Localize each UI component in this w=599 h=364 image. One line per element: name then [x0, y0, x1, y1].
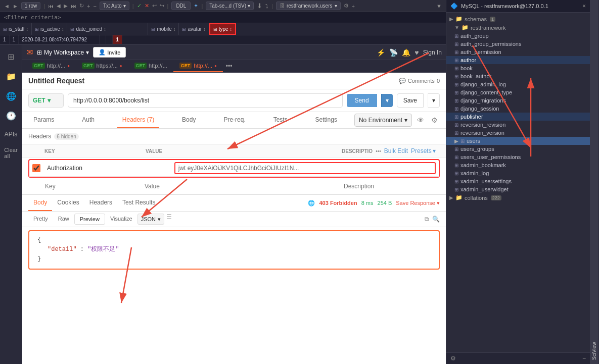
- nav-forward-icon[interactable]: ►: [13, 3, 18, 9]
- collections-icon[interactable]: 📁: [3, 69, 19, 84]
- db-close-button[interactable]: ×: [582, 3, 586, 10]
- pretty-tab[interactable]: Pretty: [28, 214, 53, 225]
- db-data-row[interactable]: 1 1 2020-08-21 08:47:40.794792 1: [0, 35, 446, 44]
- table-xadmin-bookmark[interactable]: ⊞ xadmin_bookmark: [446, 161, 590, 169]
- table-book-author[interactable]: ⊞ book_author: [446, 72, 590, 80]
- prereq-tab[interactable]: Pre-req.: [218, 112, 250, 128]
- ddl-button[interactable]: DDL: [171, 2, 191, 10]
- checkmark-icon[interactable]: ✓: [137, 3, 142, 9]
- comments-button[interactable]: 💬 Comments 0: [399, 78, 440, 84]
- heart-icon[interactable]: ♥: [414, 48, 419, 57]
- schemas-section[interactable]: ▶ 📁 schemas 1: [446, 15, 590, 23]
- table-users-groups[interactable]: ⊞ users_groups: [446, 145, 590, 153]
- method-select[interactable]: GET ▾: [28, 93, 64, 108]
- add-row-icon[interactable]: +: [87, 3, 90, 9]
- nav-skip-end-icon[interactable]: ⏭: [71, 3, 76, 9]
- nav-back-icon[interactable]: ◄: [4, 3, 10, 9]
- table-users-user-permissions[interactable]: ⊞ users_user_permissions: [446, 153, 590, 161]
- empty-key-input[interactable]: [41, 181, 141, 192]
- refresh-icon[interactable]: ↻: [79, 3, 84, 9]
- connection-settings-icon[interactable]: ⚙: [344, 3, 349, 9]
- nav-prev-icon[interactable]: ◀: [57, 3, 61, 9]
- sign-in-link[interactable]: Sign In: [423, 49, 442, 56]
- table-author[interactable]: ⊞ author: [446, 56, 590, 64]
- response-body-tab[interactable]: Body: [28, 195, 52, 211]
- cancel-icon[interactable]: ✕: [145, 3, 149, 9]
- table-publisher[interactable]: ⊞ publisher: [446, 113, 590, 121]
- response-test-results-tab[interactable]: Test Results: [117, 195, 160, 211]
- environment-select[interactable]: No Environment ▾: [354, 114, 412, 127]
- table-users[interactable]: ▶ ⊞ users: [446, 137, 590, 145]
- search-response-icon[interactable]: 🔍: [432, 216, 440, 223]
- env-eye-button[interactable]: 👁: [415, 114, 426, 126]
- presets-button[interactable]: Presets ▾: [411, 147, 436, 154]
- bulk-edit-button[interactable]: Bulk Edit: [384, 147, 408, 154]
- format-lines-icon[interactable]: ☰: [166, 214, 172, 225]
- table-xadmin-usersettings[interactable]: ⊞ xadmin_usersettings: [446, 177, 590, 185]
- db-settings-icon[interactable]: ⚙: [450, 355, 456, 362]
- tab-format-dropdown[interactable]: Tab-se...d (TSV) ▾: [206, 2, 254, 10]
- tests-tab[interactable]: Tests: [268, 112, 293, 128]
- lightning-icon[interactable]: ⚡: [377, 48, 385, 57]
- tab-3[interactable]: GET http://...: [128, 60, 173, 72]
- filter-list-icon[interactable]: ▼: [436, 3, 442, 9]
- clear-all-button[interactable]: Clear all: [0, 145, 23, 161]
- params-tab[interactable]: Params: [28, 112, 59, 128]
- copy-response-icon[interactable]: ⧉: [425, 216, 429, 223]
- nav-skip-start-icon[interactable]: ⏮: [48, 3, 54, 9]
- db-minimize-icon[interactable]: −: [582, 355, 586, 362]
- table-django-content-type[interactable]: ⊞ django_content_type: [446, 88, 590, 96]
- table-auth-permission[interactable]: ⊞ auth_permission: [446, 48, 590, 56]
- environments-icon[interactable]: 🌐: [3, 88, 19, 104]
- auth-key-input[interactable]: [43, 163, 174, 174]
- request-settings-button[interactable]: ⚙: [429, 114, 440, 126]
- response-headers-tab[interactable]: Headers: [84, 195, 117, 211]
- table-book[interactable]: ⊞ book: [446, 64, 590, 72]
- body-tab[interactable]: Body: [177, 112, 201, 128]
- settings-tab[interactable]: Settings: [310, 112, 342, 128]
- delete-row-icon[interactable]: −: [94, 3, 97, 9]
- db-filter[interactable]: <Filter criteria>: [0, 12, 446, 23]
- save-button[interactable]: Save: [397, 93, 424, 108]
- more-tabs-button[interactable]: •••: [223, 60, 236, 72]
- raw-tab[interactable]: Raw: [53, 214, 74, 225]
- tab-4-active[interactable]: GET http://... ●: [173, 60, 223, 72]
- save-response-button[interactable]: Save Response ▾: [396, 200, 440, 206]
- filter-icon[interactable]: ⤵: [265, 3, 268, 9]
- redo-icon[interactable]: ↪: [160, 3, 164, 9]
- new-connection-icon[interactable]: +: [352, 3, 355, 9]
- undo-icon[interactable]: ↩: [152, 3, 157, 9]
- tx-dropdown[interactable]: Tx: Auto ▾: [100, 2, 129, 10]
- response-cookies-tab[interactable]: Cookies: [52, 195, 84, 211]
- table-xadmin-log[interactable]: ⊞ xadmin_log: [446, 169, 590, 177]
- format-select[interactable]: JSON ▾: [137, 214, 164, 225]
- visualize-tab[interactable]: Visualize: [105, 214, 137, 225]
- tab-2[interactable]: GET https://... ●: [76, 60, 128, 72]
- auth-tab[interactable]: Auth: [77, 112, 100, 128]
- auth-header-checkbox[interactable]: [32, 164, 40, 172]
- invite-button[interactable]: 👤 Invite: [93, 47, 126, 58]
- url-input[interactable]: [68, 93, 343, 108]
- table-xadmin-userwidget[interactable]: ⊞ xadmin_userwidget: [446, 185, 590, 193]
- hidden-headers-badge[interactable]: 6 hidden: [54, 133, 78, 140]
- apis-label[interactable]: APIs: [0, 128, 22, 141]
- table-django-session[interactable]: ⊞ django_session: [446, 105, 590, 113]
- table-reversion-version[interactable]: ⊞ reversion_version: [446, 129, 590, 137]
- table-django-migrations[interactable]: ⊞ django_migrations: [446, 96, 590, 105]
- auth-value-input[interactable]: [174, 162, 436, 174]
- headers-tab[interactable]: Headers (7): [117, 112, 159, 128]
- satellite-icon[interactable]: 📡: [389, 48, 398, 57]
- save-dropdown-button[interactable]: ▾: [428, 93, 440, 108]
- table-auth-group[interactable]: ⊞ auth_group: [446, 32, 590, 40]
- tab-1[interactable]: GET http://... ●: [26, 60, 76, 72]
- export-icon[interactable]: ⬇: [257, 2, 262, 10]
- table-reversion-revision[interactable]: ⊞ reversion_revision: [446, 121, 590, 129]
- notification-icon[interactable]: 🔔: [402, 48, 410, 57]
- collations-section[interactable]: ▶ 📁 collations 222: [446, 193, 590, 202]
- empty-desc-input[interactable]: [340, 181, 440, 192]
- history-icon[interactable]: 🕐: [3, 108, 19, 124]
- table-auth-group-permissions[interactable]: ⊞ auth_group_permissions: [446, 40, 590, 48]
- empty-value-input[interactable]: [141, 181, 340, 192]
- preview-tab[interactable]: Preview: [74, 214, 105, 225]
- workspace-name-button[interactable]: ⊞ My Workspace ▾: [37, 49, 89, 56]
